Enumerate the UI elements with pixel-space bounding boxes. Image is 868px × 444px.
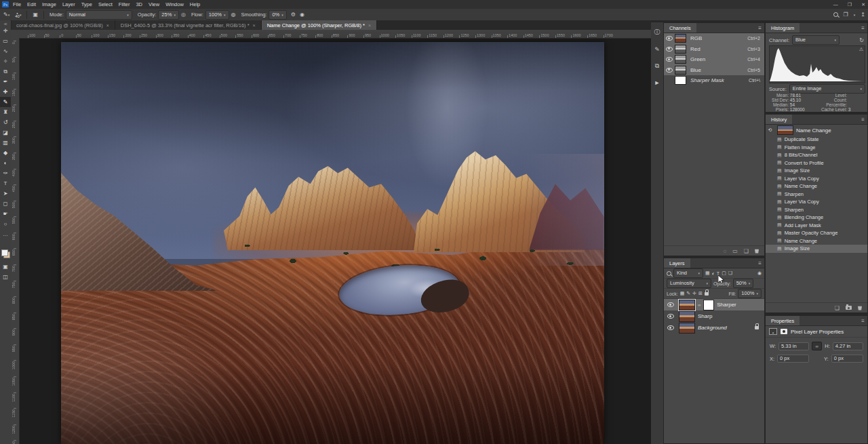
history-panel-tab[interactable]: History — [766, 115, 792, 124]
shape-tool[interactable]: ◻ — [0, 199, 11, 209]
channels-panel-tab[interactable]: Channels — [664, 23, 696, 33]
brush-size-picker[interactable]: ● 40 — [15, 12, 20, 18]
mode-select[interactable]: Normal▾ — [66, 10, 132, 20]
height-field[interactable]: 4.27 in — [833, 342, 863, 350]
menu-item[interactable]: Window — [165, 1, 184, 7]
menu-item[interactable]: Layer — [62, 1, 75, 7]
brush-preset-icon[interactable]: ✎ — [3, 12, 8, 18]
history-brush-tool[interactable]: ↺ — [0, 117, 11, 127]
brush-tool[interactable]: ✎ — [0, 97, 11, 107]
histogram-source-select[interactable]: Entire Image▾ — [789, 84, 865, 94]
layer-fill-select[interactable]: 100%▾ — [738, 289, 762, 298]
menu-item[interactable]: Type — [81, 1, 92, 7]
menu-item[interactable]: Filter — [119, 1, 130, 7]
new-channel-icon[interactable]: ❏ — [744, 248, 749, 254]
panel-menu-icon[interactable]: ≡ — [861, 117, 865, 123]
delete-channel-icon[interactable] — [755, 249, 759, 254]
workspace-caret-icon[interactable]: ▾ — [854, 13, 856, 17]
channel-row[interactable]: Green Ctrl+4 — [664, 54, 764, 65]
histogram-panel-tab[interactable]: Histogram — [766, 23, 800, 33]
layers-panel-tab[interactable]: Layers — [664, 258, 690, 268]
filter-adjustment-icon[interactable]: ◐ — [712, 271, 715, 276]
history-state-row[interactable]: ▤ Sharpen — [766, 190, 867, 199]
new-snapshot-icon[interactable] — [846, 306, 852, 310]
menu-item[interactable]: 3D — [136, 1, 142, 7]
hand-tool[interactable]: ☛ — [0, 209, 11, 219]
gradient-tool[interactable]: ▥ — [0, 138, 11, 148]
visibility-eye-icon[interactable] — [666, 47, 673, 52]
visibility-eye-icon[interactable] — [666, 68, 673, 73]
flow-select[interactable]: 100%▾ — [205, 10, 229, 20]
menu-item[interactable]: Edit — [27, 1, 36, 7]
opacity-pressure-icon[interactable]: ◎ — [181, 12, 186, 18]
minimize-button[interactable]: — — [833, 2, 838, 7]
mask-link-icon[interactable]: ∞ — [698, 303, 701, 307]
panel-menu-icon[interactable]: ≡ — [758, 260, 762, 266]
history-state-row[interactable]: ▤ Layer Via Copy — [766, 175, 867, 183]
panel-menu-icon[interactable]: ≡ — [861, 25, 865, 31]
canvas-image[interactable] — [61, 42, 604, 444]
document-tab[interactable]: DSH_6400-5 @ 33.3% (final vignette acr f… — [115, 20, 262, 30]
new-document-from-state-icon[interactable]: ❏ — [835, 305, 840, 311]
workspace-switcher-icon[interactable]: ❐ — [844, 12, 848, 18]
move-tool[interactable]: ✛ — [0, 26, 11, 36]
actions-panel-icon[interactable]: ► — [654, 79, 660, 86]
lock-artboard-icon[interactable]: ⊞ — [698, 291, 703, 296]
edit-toolbar-button[interactable]: … — [0, 229, 11, 239]
channel-row[interactable]: Sharper Mask Ctrl+\ — [664, 75, 764, 86]
history-state-row[interactable]: ▤ Master Opacity Change — [766, 229, 867, 237]
document-tab[interactable]: Name Change @ 100% (Sharper, RGB/8) * × — [262, 20, 377, 30]
share-icon[interactable]: ↥ — [861, 12, 865, 18]
load-selection-icon[interactable]: ◌ — [724, 248, 727, 254]
layer-row-background[interactable]: Background — [664, 322, 764, 334]
delete-state-icon[interactable] — [858, 306, 862, 310]
brush-preset-caret-icon[interactable]: ▾ — [8, 13, 10, 17]
airbrush-icon[interactable]: ◍ — [231, 12, 236, 18]
tab-close-icon[interactable]: × — [106, 23, 109, 28]
blend-mode-select[interactable]: Luminosity▾ — [667, 279, 711, 288]
layer-opacity-select[interactable]: 50%▾ — [733, 279, 754, 288]
lock-transparency-icon[interactable]: ▦ — [680, 291, 685, 296]
panel-menu-icon[interactable]: ≡ — [758, 25, 762, 31]
clone-source-panel-icon[interactable]: ⧉ — [655, 62, 659, 70]
toggle-brush-panel-icon[interactable]: ▣ — [33, 12, 38, 18]
smoothing-gear-icon[interactable]: ⚙ — [291, 12, 296, 18]
brush-size-caret-icon[interactable]: ▾ — [20, 13, 22, 17]
visibility-eye-icon[interactable] — [667, 325, 674, 330]
history-snapshot-row[interactable]: ⟲ Name Change — [766, 125, 867, 136]
eyedropper-tool[interactable]: ✒ — [0, 77, 11, 87]
visibility-eye-icon[interactable] — [667, 314, 674, 319]
close-button[interactable]: ✕ — [861, 2, 865, 7]
visibility-eye-icon[interactable] — [666, 57, 673, 62]
save-selection-icon[interactable]: ▭ — [732, 248, 738, 254]
menu-item[interactable]: Image — [42, 1, 56, 7]
history-state-row[interactable]: ▤ Image Size — [766, 167, 867, 175]
lock-all-icon[interactable] — [705, 292, 709, 296]
history-state-row[interactable]: ▤ Convert to Profile — [766, 159, 867, 167]
smoothing-select[interactable]: 0%▾ — [269, 10, 286, 20]
foreground-color-swatch[interactable] — [1, 249, 8, 256]
type-tool[interactable]: T — [0, 178, 11, 188]
layer-thumbnail[interactable] — [679, 311, 695, 322]
layer-mask-thumbnail[interactable] — [703, 300, 714, 310]
history-state-row[interactable]: ▤ Blending Change — [766, 214, 867, 222]
crop-tool[interactable]: ⧉ — [0, 66, 11, 77]
history-state-row[interactable]: ▤ Flatten Image — [766, 144, 867, 152]
menu-item[interactable]: View — [149, 1, 159, 7]
marquee-tool[interactable]: ▭ — [0, 36, 11, 46]
filter-smart-object-icon[interactable]: ❏ — [728, 270, 732, 276]
menu-item[interactable]: Select — [98, 1, 113, 7]
quick-mask-button[interactable]: ▣ — [0, 262, 11, 272]
ruler-vertical[interactable]: 0501001502002503003504004505005506006507… — [11, 38, 20, 444]
lasso-tool[interactable]: ∿ — [0, 46, 11, 56]
history-state-row[interactable]: ▤ Sharpen — [766, 206, 867, 214]
blur-tool[interactable]: ◆ — [0, 148, 11, 158]
tab-close-icon[interactable]: × — [253, 23, 256, 28]
history-state-row[interactable]: ▤ Layer Via Copy — [766, 198, 867, 206]
history-state-row[interactable]: ▤ Image Size — [766, 245, 867, 253]
layer-thumbnail[interactable] — [679, 323, 695, 334]
lock-position-icon[interactable]: ✛ — [692, 291, 696, 296]
history-state-row[interactable]: ▤ Add Layer Mask — [766, 222, 867, 230]
screen-mode-button[interactable]: ◫ — [0, 272, 11, 282]
layer-thumbnail[interactable] — [679, 300, 695, 310]
